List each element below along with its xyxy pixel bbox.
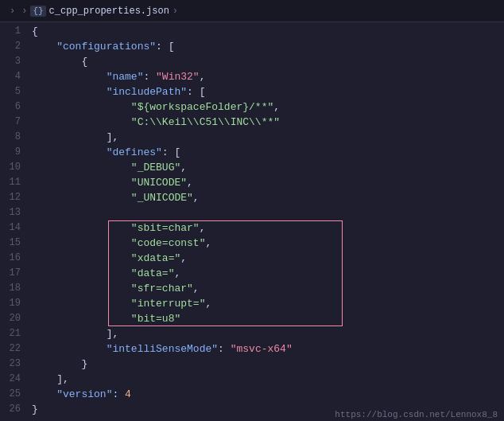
line-number-14: 14 xyxy=(6,220,21,236)
code-line-25: "version": 4 xyxy=(32,387,504,402)
line-number-23: 23 xyxy=(6,357,21,372)
code-line-11: "UNICODE", xyxy=(32,175,504,190)
code-line-17: "data=", xyxy=(32,266,504,281)
line-number-24: 24 xyxy=(6,372,21,387)
line-number-21: 21 xyxy=(6,326,21,341)
line-number-18: 18 xyxy=(6,281,21,296)
line-number-11: 11 xyxy=(6,175,21,190)
line-number-13: 13 xyxy=(6,205,21,220)
code-line-10: "_DEBUG", xyxy=(32,160,504,175)
code-line-7: "C:\\Keil\\C51\\INC\\**" xyxy=(32,115,504,130)
code-line-23: } xyxy=(32,357,504,372)
code-line-15: "code=const", xyxy=(32,236,504,251)
breadcrumb: › › {} c_cpp_properties.json › xyxy=(0,0,504,22)
line-number-5: 5 xyxy=(6,84,21,99)
code-line-18: "sfr=char", xyxy=(32,281,504,296)
line-numbers: 1234567891011121314151617181920212223242… xyxy=(0,22,29,421)
line-number-25: 25 xyxy=(6,387,21,402)
breadcrumb-file-icon: {} xyxy=(30,6,45,17)
line-number-20: 20 xyxy=(6,311,21,326)
breadcrumb-file[interactable]: c_cpp_properties.json xyxy=(49,6,169,17)
code-line-6: "${workspaceFolder}/**", xyxy=(32,99,504,115)
line-number-1: 1 xyxy=(6,24,21,39)
code-line-21: ], xyxy=(32,326,504,341)
code-line-19: "interrupt=", xyxy=(32,296,504,311)
code-line-16: "xdata=", xyxy=(32,251,504,266)
code-content: { "configurations": [ { "name": "Win32",… xyxy=(29,22,504,421)
line-number-22: 22 xyxy=(6,341,21,357)
code-line-22: "intelliSenseMode": "msvc-x64" xyxy=(32,341,504,357)
line-number-3: 3 xyxy=(6,54,21,69)
line-number-26: 26 xyxy=(6,402,21,417)
url-bar: https://blog.csdn.net/Lennox8_8 xyxy=(328,408,504,421)
line-number-2: 2 xyxy=(6,39,21,54)
code-line-3: { xyxy=(32,54,504,69)
code-line-20: "bit=u8" xyxy=(32,311,504,326)
code-line-9: "defines": [ xyxy=(32,145,504,160)
line-number-16: 16 xyxy=(6,251,21,266)
line-number-12: 12 xyxy=(6,190,21,205)
code-line-14: "sbit=char", xyxy=(32,220,504,236)
line-number-19: 19 xyxy=(6,296,21,311)
line-number-17: 17 xyxy=(6,266,21,281)
code-line-4: "name": "Win32", xyxy=(32,69,504,84)
line-number-15: 15 xyxy=(6,236,21,251)
code-line-5: "includePath": [ xyxy=(32,84,504,99)
line-number-10: 10 xyxy=(6,160,21,175)
code-line-2: "configurations": [ xyxy=(32,39,504,54)
line-number-8: 8 xyxy=(6,130,21,145)
line-number-4: 4 xyxy=(6,69,21,84)
code-line-13 xyxy=(32,205,504,220)
line-number-9: 9 xyxy=(6,145,21,160)
code-line-12: "_UNICODE", xyxy=(32,190,504,205)
code-line-24: ], xyxy=(32,372,504,387)
code-line-8: ], xyxy=(32,130,504,145)
line-number-7: 7 xyxy=(6,115,21,130)
editor: 1234567891011121314151617181920212223242… xyxy=(0,22,504,421)
line-number-6: 6 xyxy=(6,99,21,115)
code-line-1: { xyxy=(32,24,504,39)
